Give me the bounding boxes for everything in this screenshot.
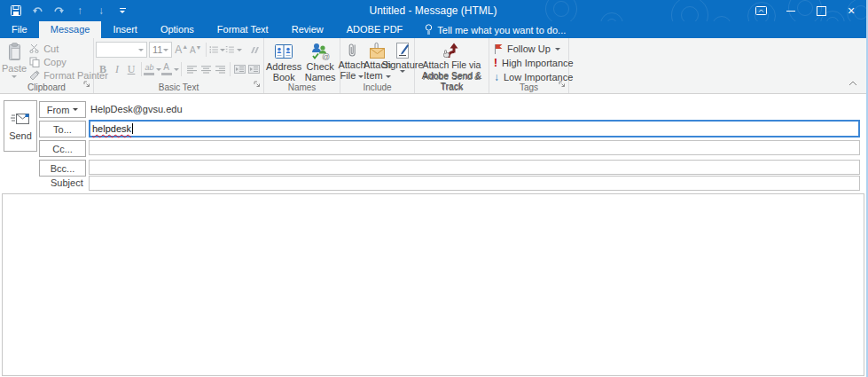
send-label: Send [9, 130, 32, 141]
ribbon-display-options-button[interactable] [746, 0, 776, 21]
bold-button[interactable]: B [96, 61, 110, 77]
bcc-input[interactable] [89, 160, 860, 175]
align-right-button[interactable] [213, 61, 227, 77]
cut-label: Cut [43, 43, 59, 54]
follow-up-flag-icon [494, 43, 503, 54]
paste-button[interactable]: Paste [2, 40, 27, 82]
minimize-icon [786, 11, 795, 12]
save-icon [11, 5, 21, 16]
grow-font-button[interactable]: A▲ [175, 42, 189, 58]
from-value: HelpDesk@gvsu.edu [90, 101, 183, 118]
signature-icon [395, 42, 411, 59]
copy-icon [29, 57, 40, 67]
group-tags: Follow Up ! High Importance ↓ Low Import… [489, 38, 569, 93]
tab-options[interactable]: Options [149, 21, 206, 38]
undo-button[interactable] [27, 0, 48, 21]
group-include: Attach File Attach Item [340, 38, 415, 93]
low-importance-icon: ↓ [494, 71, 499, 83]
numbering-icon [225, 45, 235, 54]
compose-header: Send From HelpDesk@gvsu.edu To... helpde… [0, 94, 866, 193]
check-names-button[interactable]: @ Check Names [302, 40, 338, 82]
cc-input[interactable] [89, 140, 860, 155]
to-button[interactable]: To... [39, 121, 86, 137]
tab-file[interactable]: File [0, 21, 39, 38]
group-clipboard: Paste Cut [0, 38, 94, 93]
lightbulb-icon [425, 24, 433, 35]
check-names-label: Check Names [302, 61, 338, 82]
italic-button[interactable]: I [110, 61, 124, 77]
align-right-icon [215, 66, 225, 74]
attach-file-button[interactable]: Attach File [340, 40, 364, 81]
window-controls: × [746, 0, 866, 21]
underline-button[interactable]: U [124, 61, 138, 77]
tab-format-text[interactable]: Format Text [206, 21, 280, 38]
highlight-button[interactable]: ab [145, 61, 161, 77]
cc-button[interactable]: Cc... [39, 140, 86, 157]
shrink-font-button[interactable]: A▼ [189, 42, 203, 58]
collapse-ribbon-button[interactable] [848, 74, 857, 90]
paste-label: Paste [2, 63, 27, 74]
styles-button[interactable] [247, 42, 262, 58]
address-book-icon [273, 42, 294, 61]
font-name-combo[interactable] [96, 42, 147, 58]
undo-icon [32, 6, 43, 16]
font-size-combo[interactable]: 11 [149, 42, 172, 58]
tell-me-label: Tell me what you want to do... [437, 25, 566, 35]
font-size-value: 11 [152, 44, 162, 55]
tab-review[interactable]: Review [280, 21, 335, 38]
group-label-adobe: Adobe Send & Track [415, 72, 489, 93]
address-book-label: Address Book [266, 61, 301, 82]
group-label-clipboard: Clipboard [0, 82, 93, 93]
tab-insert[interactable]: Insert [101, 21, 149, 38]
maximize-button[interactable] [806, 0, 836, 21]
font-color-button[interactable]: A [161, 61, 178, 77]
chevron-up-icon [848, 81, 857, 86]
save-button[interactable] [5, 0, 27, 21]
message-body[interactable] [2, 193, 864, 376]
bullets-button[interactable] [209, 42, 226, 58]
bcc-label: Bcc... [51, 163, 75, 174]
signature-button[interactable]: Signature [391, 40, 415, 73]
styles-icon [249, 45, 260, 55]
dropdown-arrow-icon [138, 49, 144, 51]
previous-item-button[interactable]: ↑ [69, 0, 90, 21]
dropdown-arrow-icon [73, 108, 78, 111]
minimize-button[interactable] [776, 0, 806, 21]
follow-up-button[interactable]: Follow Up [491, 42, 567, 56]
next-item-button[interactable]: ↓ [90, 0, 112, 21]
to-input[interactable]: helpdesk [89, 120, 860, 137]
highlight-icon: ab [144, 64, 154, 75]
redo-button[interactable] [48, 0, 69, 21]
paperclip-icon [348, 42, 357, 59]
from-label: From [47, 105, 70, 115]
cc-label: Cc... [52, 144, 73, 154]
basic-text-dialog-launcher[interactable] [254, 75, 261, 91]
tab-adobe-pdf[interactable]: ADOBE PDF [335, 21, 415, 38]
address-book-button[interactable]: Address Book [266, 40, 301, 82]
align-center-button[interactable] [199, 61, 213, 77]
high-importance-button[interactable]: ! High Importance [491, 56, 567, 70]
from-button[interactable]: From [39, 101, 86, 118]
tell-me-box[interactable]: Tell me what you want to do... [425, 21, 566, 38]
numbering-button[interactable] [225, 42, 242, 58]
tags-dialog-launcher[interactable] [559, 75, 566, 91]
underline-icon: U [128, 63, 136, 76]
format-painter-icon [29, 70, 40, 81]
cut-icon [29, 43, 40, 53]
close-button[interactable]: × [836, 0, 866, 21]
customize-quick-access-button[interactable] [112, 0, 133, 21]
dropdown-arrow-icon [555, 48, 560, 51]
attach-item-icon [368, 42, 387, 59]
maximize-icon [817, 6, 826, 16]
clipboard-dialog-launcher[interactable] [83, 75, 90, 91]
bullets-icon [209, 45, 219, 54]
tab-message[interactable]: Message [39, 21, 102, 38]
italic-icon: I [115, 63, 119, 76]
send-button[interactable]: Send [4, 100, 37, 152]
bcc-button[interactable]: Bcc... [39, 160, 86, 177]
subject-input[interactable] [89, 176, 860, 191]
align-left-button[interactable] [184, 61, 199, 77]
decrease-indent-button[interactable] [233, 61, 247, 77]
quick-access-toolbar: ↑ ↓ [5, 0, 133, 21]
paste-icon [7, 43, 22, 61]
